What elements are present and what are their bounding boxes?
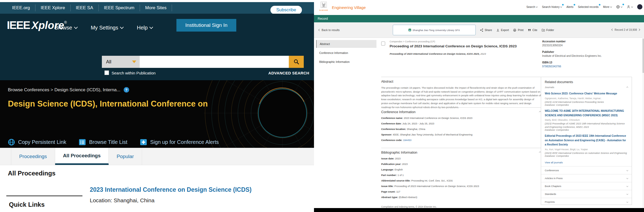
cite-button[interactable]: Cite — [528, 28, 537, 32]
bibliographic-information-heading: Bibliographic Information — [381, 151, 542, 154]
conference-alerts-button[interactable]: Sign up for Conference Alerts — [140, 139, 219, 146]
nav-alerts[interactable]: Alerts — [566, 5, 573, 8]
export-icon — [496, 28, 500, 32]
tab-all-proceedings[interactable]: All Proceedings — [55, 148, 109, 165]
institution-avatar[interactable] — [637, 4, 642, 9]
nav-browse-label: Browse — [55, 25, 72, 31]
copy-persistent-link-button[interactable]: Copy Persistent Link — [8, 139, 66, 146]
view-all-journals-link[interactable]: View all journals — [541, 159, 632, 166]
engineering-village-brand[interactable]: Engineering Village — [332, 5, 366, 10]
search-scope-value: All — [106, 59, 111, 65]
record-main: Compendex > Conference proceeding (CP) P… — [381, 39, 542, 212]
accession-number-label: Accession number — [542, 40, 629, 43]
related-document-database: Database: Compendex — [545, 104, 628, 106]
nav-help[interactable]: Help — [137, 25, 153, 31]
related-section-articles-in-press[interactable]: Articles in Press — [541, 174, 632, 182]
record-checkbox[interactable] — [381, 42, 385, 46]
account-menu[interactable] — [627, 5, 633, 9]
field-label: Conference code: — [381, 139, 402, 142]
search-button[interactable] — [289, 56, 304, 68]
isbn-link[interactable]: 9798350343766 — [542, 65, 629, 68]
related-document-title[interactable]: Editorial Proceedings of 2023 IEEE 19th … — [545, 134, 628, 147]
related-section-conferences[interactable]: Conferences — [541, 166, 632, 174]
record-bar-label: Record — [318, 17, 328, 21]
browse-title-list-button[interactable]: Browse Title List — [79, 139, 127, 146]
institutional-sign-in-button[interactable]: Institutional Sign In — [176, 19, 236, 32]
search-scope-dropdown[interactable]: All — [102, 56, 140, 68]
ieee-xplore-window: IEEE.org IEEE Xplore IEEE SA IEEE Spectr… — [0, 0, 314, 212]
conference-code-link[interactable]: 194453 — [403, 139, 411, 142]
related-documents-card: Related documents Journals Web Science 2… — [541, 77, 632, 205]
ieee-main-nav: Browse My Settings Help — [55, 25, 153, 31]
related-documents-heading: Related documents — [541, 77, 632, 85]
related-document-source: (2023) IEEE International Conference on … — [545, 152, 628, 155]
cite-label: Cite — [532, 28, 537, 32]
abbreviated-source-title-row: Abbreviated source title:Proceeding Int.… — [381, 179, 542, 182]
related-section-standards[interactable]: Standards — [541, 190, 632, 198]
next-record-icon[interactable] — [638, 29, 640, 31]
link-ieee-org[interactable]: IEEE.org — [7, 4, 35, 11]
proceedings-tabbar: Proceedings All Proceedings Popular — [0, 148, 314, 165]
related-document-title[interactable]: WELCOME TO ASME 18TH INTERNATIONAL MANUF… — [545, 109, 628, 118]
link-ieee-xplore[interactable]: IEEE Xplore — [35, 4, 71, 11]
sidebar-item-conference-information[interactable]: Conference Information — [316, 49, 376, 57]
divider — [6, 195, 82, 196]
sidebar-item-abstract[interactable]: Abstract — [316, 40, 376, 48]
related-document-database: Database: Compendex — [545, 129, 628, 131]
search-icon — [293, 59, 300, 65]
related-section-label: Conferences — [545, 169, 559, 172]
chevron-down-icon — [120, 25, 124, 29]
nav-browse[interactable]: Browse — [55, 25, 77, 31]
share-button[interactable]: Share — [480, 28, 492, 32]
subscribe-button[interactable]: Subscribe — [270, 6, 302, 14]
tab-popular[interactable]: Popular — [109, 148, 142, 165]
ev-top-nav: Search Search history Alerts Selected re… — [526, 4, 642, 9]
folder-button[interactable]: Folder — [542, 28, 554, 32]
related-document-item: WELCOME TO ASME 18TH INTERNATIONAL MANUF… — [541, 108, 632, 133]
chevron-down-icon — [74, 25, 78, 29]
cite-icon — [528, 28, 531, 32]
scrollbar[interactable] — [642, 38, 644, 208]
nav-more[interactable]: More — [603, 5, 612, 8]
field-label: Conference name: — [381, 117, 403, 119]
field-label: Language: — [381, 168, 394, 171]
language-menu[interactable] — [616, 5, 622, 9]
elsevier-logo[interactable]: ELSEVIER — [318, 2, 330, 11]
link-ieee-sa[interactable]: IEEE SA — [71, 4, 99, 11]
search-within-option[interactable]: Search within Publication — [104, 70, 156, 75]
nav-search[interactable]: Search — [526, 5, 537, 8]
record-breadcrumb: Compendex > Conference proceeding (CP) — [390, 39, 542, 43]
advanced-search-link[interactable]: ADVANCED SEARCH — [268, 71, 309, 75]
nav-selected-records[interactable]: Selected records — [578, 5, 599, 8]
export-button[interactable]: Export — [496, 28, 509, 32]
record-page-bar: Record — [314, 15, 644, 22]
chevron-down-icon — [149, 25, 153, 29]
sidebar-item-bibliographic-information[interactable]: Bibliographic Information — [316, 58, 376, 66]
conference-2023-link[interactable]: 2023 International Conference on Design … — [90, 186, 252, 193]
related-document-title[interactable]: Web Science 2023: Conference Chairs' Wel… — [545, 92, 628, 96]
related-section-preprints[interactable]: Preprints — [541, 198, 632, 205]
checkbox-icon[interactable] — [104, 70, 109, 75]
link-more-sites[interactable]: More Sites — [140, 4, 172, 11]
related-journals-group[interactable]: Journals — [541, 85, 632, 90]
breadcrumb-text[interactable]: Browse Conferences > Design Science (ICD… — [8, 87, 121, 93]
search-bar: All — [102, 56, 304, 68]
previous-record-icon[interactable] — [611, 29, 614, 31]
nav-my-settings[interactable]: My Settings — [91, 25, 123, 31]
isbn-label: ISBN-13 — [542, 61, 629, 64]
field-label: Conference date: — [381, 122, 402, 125]
print-button[interactable]: Print — [513, 28, 523, 32]
tab-proceedings[interactable]: Proceedings — [11, 148, 55, 165]
scrollbar-thumb[interactable] — [642, 39, 644, 73]
sfx-fulltext-button[interactable]: Shanghai Jiao Tong University Library SF… — [393, 25, 476, 35]
related-section-book-chapters[interactable]: Book Chapters — [541, 182, 632, 190]
breadcrumb: Browse Conferences > Design Science (ICD… — [8, 87, 129, 93]
link-ieee-spectrum[interactable]: IEEE Spectrum — [99, 4, 140, 11]
nav-search-history[interactable]: Search history — [542, 5, 562, 8]
search-input[interactable] — [140, 56, 289, 68]
publication-year-row: Publication year:2023 — [381, 163, 542, 165]
conference-title: Design Science (ICDS), International Con… — [8, 99, 208, 109]
related-journals-label: Journals — [545, 86, 554, 89]
help-icon[interactable]: ? — [124, 87, 129, 93]
back-to-results-link[interactable]: Back to results — [319, 28, 340, 32]
